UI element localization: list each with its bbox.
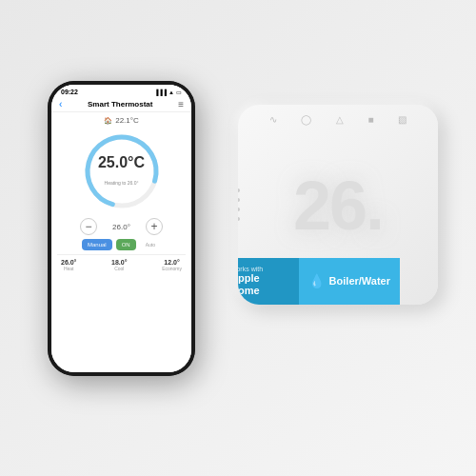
apple-home-label: Apple Home xyxy=(238,272,289,297)
economy-preset: 12.0° Economy xyxy=(162,259,182,271)
temp-header: 🏠 22.1°C xyxy=(104,116,139,125)
phone: 09:22 ▐▐▐ ▲ ▭ ‹ Smart Thermostat ≡ xyxy=(48,81,195,376)
grid-device-icon: ▧ xyxy=(398,114,407,125)
screw-top xyxy=(238,188,240,192)
home-icon: 🏠 xyxy=(104,117,112,125)
boiler-water-text: Boiler/Water xyxy=(329,275,390,288)
back-button[interactable]: ‹ xyxy=(59,99,62,109)
heat-value: 26.0° xyxy=(61,259,76,266)
cool-preset: 18.0° Cool xyxy=(111,259,127,271)
nav-title: Smart Thermostat xyxy=(88,100,152,109)
screw-bot xyxy=(238,208,240,211)
boiler-water-badge: 💧 Boiler/Water xyxy=(299,258,400,305)
battery-icon: ▭ xyxy=(176,89,182,95)
economy-label: Economy xyxy=(162,266,182,271)
leaf-device-icon: ■ xyxy=(368,114,374,125)
temp-controls: − 26.0° + xyxy=(80,218,163,235)
device-temp: 26. xyxy=(293,171,383,240)
on-mode-button[interactable]: ON xyxy=(116,239,136,250)
auto-label: Auto xyxy=(140,239,161,250)
phone-nav: ‹ Smart Thermostat ≡ xyxy=(51,97,191,112)
cool-value: 18.0° xyxy=(111,259,127,266)
works-with-label: Works with xyxy=(238,266,289,272)
status-time: 09:22 xyxy=(61,89,78,95)
set-point: 26.0° xyxy=(112,223,130,231)
heating-text: Heating to 26.0° xyxy=(105,180,139,186)
status-icons: ▐▐▐ ▲ ▭ xyxy=(154,89,182,95)
room-temp: 22.1°C xyxy=(115,116,139,125)
cool-label: Cool xyxy=(114,266,124,271)
apple-home-text: Works with Apple Home xyxy=(238,266,289,297)
thermostat-device: ∿ ◯ △ ■ ▧ 26. 🔥 🏠 Works with Apple Home xyxy=(238,105,438,305)
person-device-icon: △ xyxy=(336,114,344,125)
signal-icon: ▐▐▐ xyxy=(154,89,167,95)
menu-button[interactable]: ≡ xyxy=(178,99,184,109)
mode-buttons: Manual ON Auto xyxy=(57,239,186,250)
manual-mode-button[interactable]: Manual xyxy=(82,239,112,250)
main-temp: 25.0°C xyxy=(98,154,145,171)
thermostat-dial[interactable]: 25.0°C Heating to 26.0° xyxy=(79,129,165,214)
apple-home-badge: 🏠 Works with Apple Home xyxy=(238,258,299,305)
device-screws xyxy=(238,188,240,221)
screw-bot2 xyxy=(238,217,240,221)
status-bar: 09:22 ▐▐▐ ▲ ▭ xyxy=(51,85,191,97)
screw-mid xyxy=(238,198,240,202)
heat-preset: 26.0° Heat xyxy=(61,259,76,271)
badge-strip: 🏠 Works with Apple Home 💧 Boiler/Water xyxy=(238,258,400,305)
dial-center: 25.0°C Heating to 26.0° xyxy=(98,154,145,188)
increase-button[interactable]: + xyxy=(146,218,163,235)
presets-row: 26.0° Heat 18.0° Cool 12.0° Economy xyxy=(57,254,186,271)
wifi-device-icon: ∿ xyxy=(269,114,277,125)
decrease-button[interactable]: − xyxy=(80,218,97,235)
thermostat-ui: 🏠 22.1°C 25.0°C Heating to xyxy=(51,112,191,372)
boiler-water-label: Boiler/Water xyxy=(329,275,390,288)
economy-value: 12.0° xyxy=(164,259,179,266)
wifi-icon: ▲ xyxy=(169,89,174,95)
scene: 09:22 ▐▐▐ ▲ ▭ ‹ Smart Thermostat ≡ xyxy=(0,0,476,476)
device-top-icons: ∿ ◯ △ ■ ▧ xyxy=(238,105,438,129)
water-drop-icon: 💧 xyxy=(308,273,325,288)
clock-device-icon: ◯ xyxy=(301,114,311,125)
heat-label: Heat xyxy=(64,266,74,271)
